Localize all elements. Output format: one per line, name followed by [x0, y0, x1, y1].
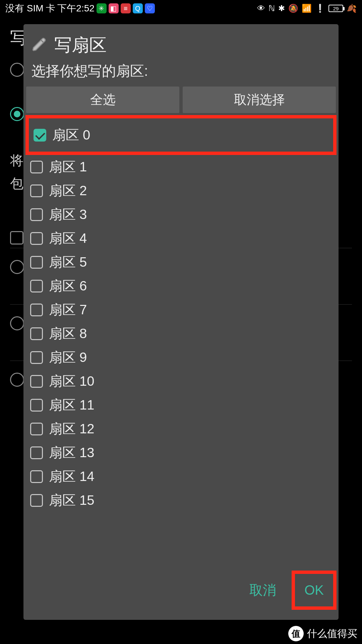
sector-label-3: 扇区 3 [49, 205, 87, 224]
sector-item-8[interactable]: 扇区 8 [27, 322, 335, 345]
sector-label-11: 扇区 11 [49, 396, 95, 414]
mute-icon: 🔕 [288, 4, 298, 13]
checkbox-sector-5[interactable] [30, 256, 43, 269]
leaf-icon: 🍂 [347, 4, 357, 13]
sector-item-11[interactable]: 扇区 11 [27, 393, 335, 417]
sector-label-1: 扇区 1 [49, 158, 87, 176]
sector-item-13[interactable]: 扇区 13 [27, 441, 335, 465]
checkbox-sector-3[interactable] [30, 208, 43, 221]
bg-radio-5[interactable] [10, 373, 24, 387]
sector-item-1[interactable]: 扇区 1 [27, 155, 335, 179]
checkbox-sector-8[interactable] [30, 327, 43, 340]
ok-button[interactable]: OK [295, 574, 333, 606]
sector-item-12[interactable]: 扇区 12 [27, 417, 335, 441]
sector-list[interactable]: 扇区 1扇区 2扇区 3扇区 4扇区 5扇区 6扇区 7扇区 8扇区 9扇区 1… [23, 155, 339, 514]
watermark-badge-icon: 值 [288, 626, 304, 641]
sector-label-12: 扇区 12 [49, 420, 95, 438]
bg-checkbox[interactable] [10, 231, 23, 245]
write-sector-dialog: 写扇区 选择你想写的扇区: 全选 取消选择 扇区 0 扇区 1扇区 2扇区 3扇… [23, 24, 339, 620]
sector-item-15[interactable]: 扇区 15 [27, 488, 335, 512]
pencil-icon [32, 37, 48, 54]
sector-item-5[interactable]: 扇区 5 [27, 250, 335, 274]
bg-radio-3[interactable] [10, 260, 24, 274]
battery-percent: 29 [333, 6, 339, 11]
checkbox-sector-13[interactable] [30, 446, 43, 459]
sector-label-4: 扇区 4 [49, 229, 87, 248]
bg-radio-1[interactable] [10, 63, 24, 77]
sector-item-9[interactable]: 扇区 9 [27, 345, 335, 369]
sector-label-8: 扇区 8 [49, 324, 87, 343]
app-icon-1: ◧ [109, 3, 119, 13]
sector-item-14[interactable]: 扇区 14 [27, 465, 335, 488]
checkbox-sector-6[interactable] [30, 280, 43, 292]
eye-icon: 👁 [257, 4, 265, 13]
sector-label-5: 扇区 5 [49, 253, 87, 271]
sector-label-10: 扇区 10 [49, 372, 95, 390]
status-left: 没有 SIM 卡 下午2:52 ✳ ◧ ≡ Q ♡ [5, 2, 155, 15]
sector-label-9: 扇区 9 [49, 348, 87, 367]
checkbox-sector-7[interactable] [30, 304, 43, 316]
checkbox-sector-15[interactable] [30, 494, 43, 507]
alert-icon: ❕ [315, 4, 325, 13]
highlight-ok: OK [292, 571, 337, 610]
checkbox-sector-10[interactable] [30, 375, 43, 388]
sector-item-0[interactable]: 扇区 0 [29, 118, 333, 152]
sim-status-text: 没有 SIM 卡 [5, 2, 55, 15]
wifi-icon: 📶 [302, 4, 312, 13]
sector-label-2: 扇区 2 [49, 181, 87, 200]
checkbox-sector-0[interactable] [34, 129, 46, 142]
bulb-app-icon: ♡ [145, 3, 155, 13]
sector-label-13: 扇区 13 [49, 443, 95, 462]
dialog-subtitle: 选择你想写的扇区: [23, 59, 339, 87]
sector-label-0: 扇区 0 [52, 126, 90, 144]
sector-label-15: 扇区 15 [49, 491, 95, 509]
sector-item-6[interactable]: 扇区 6 [27, 274, 335, 298]
search-app-icon: Q [133, 3, 143, 13]
status-bar: 没有 SIM 卡 下午2:52 ✳ ◧ ≡ Q ♡ 👁 ℕ ✱ 🔕 📶 ❕ 29… [0, 0, 362, 17]
wechat-icon: ✳ [97, 3, 107, 13]
sector-label-14: 扇区 14 [49, 467, 95, 486]
app-icon-2: ≡ [121, 3, 131, 13]
status-right: 👁 ℕ ✱ 🔕 📶 ❕ 29 🍂 [257, 4, 357, 13]
nfc-icon: ℕ [268, 4, 275, 13]
dialog-footer: 取消 OK [23, 567, 339, 616]
checkbox-sector-2[interactable] [30, 184, 43, 197]
select-all-button[interactable]: 全选 [26, 87, 179, 113]
battery-indicator: 29 [328, 5, 343, 12]
highlight-sector-0: 扇区 0 [25, 115, 337, 155]
sector-item-3[interactable]: 扇区 3 [27, 203, 335, 226]
checkbox-sector-1[interactable] [30, 161, 43, 173]
sector-label-6: 扇区 6 [49, 277, 87, 295]
sector-item-4[interactable]: 扇区 4 [27, 226, 335, 250]
watermark-text: 什么值得买 [307, 627, 357, 641]
bluetooth-icon: ✱ [278, 4, 285, 13]
checkbox-sector-11[interactable] [30, 399, 43, 412]
checkbox-sector-12[interactable] [30, 423, 43, 435]
checkbox-sector-14[interactable] [30, 470, 43, 483]
bg-radio-2[interactable] [10, 107, 24, 121]
sector-item-10[interactable]: 扇区 10 [27, 369, 335, 393]
sector-item-2[interactable]: 扇区 2 [27, 179, 335, 203]
checkbox-sector-9[interactable] [30, 351, 43, 364]
dialog-header: 写扇区 [23, 24, 339, 59]
dialog-title: 写扇区 [54, 34, 107, 57]
sector-item-7[interactable]: 扇区 7 [27, 298, 335, 322]
watermark: 值 什么值得买 [288, 626, 357, 641]
checkbox-sector-4[interactable] [30, 232, 43, 245]
cancel-button[interactable]: 取消 [240, 572, 286, 608]
status-time: 下午2:52 [57, 2, 95, 15]
bg-radio-4[interactable] [10, 316, 24, 330]
dialog-top-buttons: 全选 取消选择 [23, 87, 339, 114]
sector-label-7: 扇区 7 [49, 301, 87, 319]
deselect-all-button[interactable]: 取消选择 [183, 87, 336, 113]
